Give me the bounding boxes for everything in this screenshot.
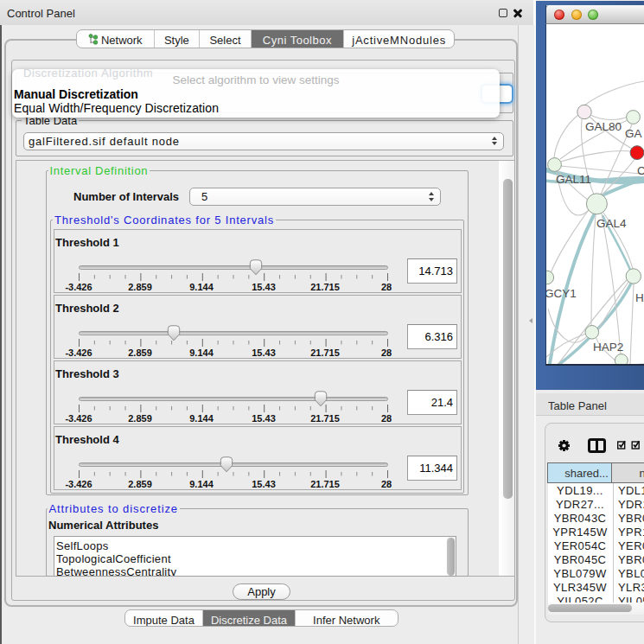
svg-text:HAP2: HAP2 — [593, 341, 623, 354]
svg-text:GAL80: GAL80 — [585, 120, 622, 133]
svg-text:C: C — [637, 164, 644, 177]
svg-text:GCY1: GCY1 — [546, 287, 577, 300]
svg-text:HA: HA — [635, 291, 644, 304]
svg-text:GAL4: GAL4 — [596, 217, 627, 230]
svg-text:GA: GA — [625, 127, 642, 140]
svg-text:GAL11: GAL11 — [556, 173, 591, 186]
